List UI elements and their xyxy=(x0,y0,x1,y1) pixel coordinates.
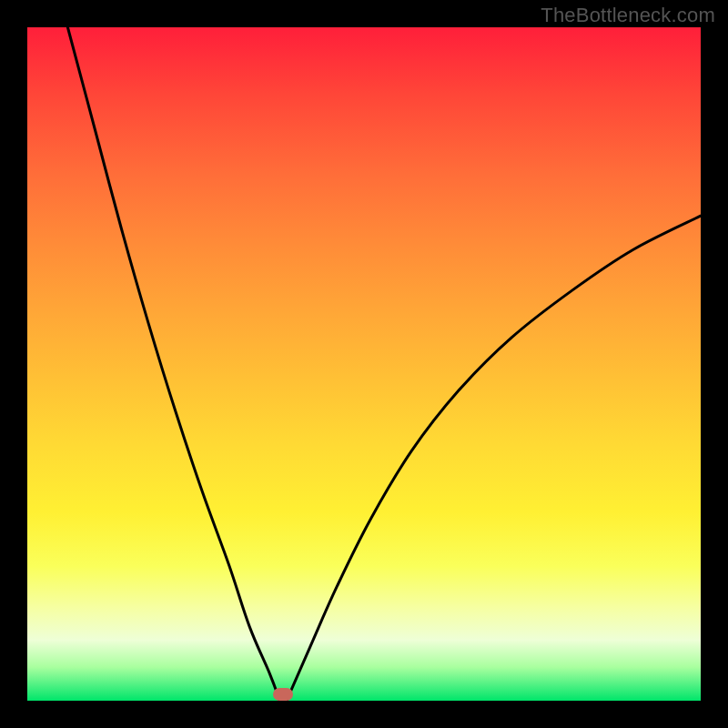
curve-left-branch xyxy=(67,27,279,701)
watermark-label: TheBottleneck.com xyxy=(541,4,715,27)
bottleneck-marker xyxy=(273,688,293,701)
chart-frame: TheBottleneck.com xyxy=(0,0,728,728)
curve-layer xyxy=(27,27,701,701)
curve-right-branch xyxy=(287,216,701,701)
plot-wrap xyxy=(27,27,701,701)
